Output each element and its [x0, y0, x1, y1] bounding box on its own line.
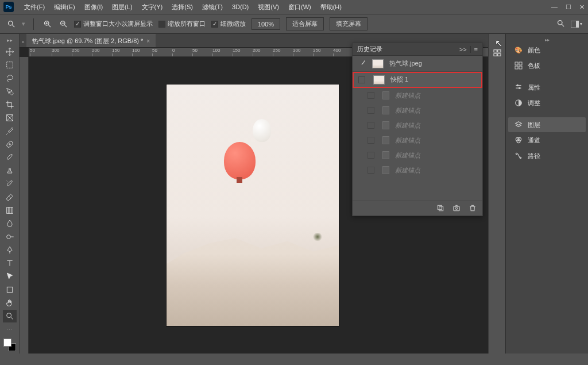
history-panel-icon[interactable] [491, 47, 504, 59]
history-source-row[interactable]: 热气球.jpeg [353, 56, 482, 72]
svg-rect-28 [7, 287, 12, 292]
pen-tool[interactable] [3, 244, 17, 256]
anchor-label: 新建锚点 [395, 91, 420, 100]
blur-tool[interactable] [3, 217, 17, 230]
eraser-tool[interactable] [3, 191, 17, 203]
new-snapshot-icon[interactable] [452, 204, 461, 213]
history-brush-tool[interactable] [3, 178, 17, 190]
search-icon[interactable] [556, 19, 565, 29]
clone-stamp-tool[interactable] [3, 164, 17, 177]
gradient-tool[interactable] [3, 204, 17, 217]
panel-toggle-icon[interactable]: » [20, 39, 26, 45]
zoom-in-icon[interactable] [42, 19, 52, 29]
type-tool[interactable] [3, 257, 17, 270]
panel-channels[interactable]: 通道 [508, 133, 586, 148]
delete-state-icon[interactable] [469, 204, 477, 213]
toolbar-toggle-icon[interactable]: ▸▸ [7, 37, 13, 43]
history-anchor-row[interactable]: 新建锚点 [353, 103, 482, 118]
window-minimize-icon[interactable]: — [551, 3, 558, 11]
opt-scale-all[interactable]: 缩放所有窗口 [158, 20, 206, 28]
menu-image[interactable]: 图像(I) [80, 3, 107, 11]
shape-tool[interactable] [3, 283, 17, 296]
quick-select-tool[interactable] [3, 85, 17, 98]
path-select-tool[interactable] [3, 270, 17, 283]
panel-layers[interactable]: 图层 [508, 117, 586, 132]
panel-collapse-chevron-icon[interactable]: >> [459, 46, 467, 53]
zoom-100-button[interactable]: 100% [252, 18, 280, 30]
history-check[interactable] [368, 122, 374, 129]
document-tab[interactable]: 热气球.jpeg @ 69.7% (图层 2, RGB/8) * × [26, 34, 156, 47]
history-check[interactable] [368, 107, 374, 114]
menu-select[interactable]: 选择(S) [167, 3, 198, 11]
fit-screen-button[interactable]: 适合屏幕 [286, 17, 324, 30]
opt-fit-window[interactable]: 调整窗口大小以满屏显示 [74, 20, 153, 28]
history-check[interactable] [368, 167, 374, 174]
anchor-label: 新建锚点 [395, 106, 420, 115]
svg-rect-37 [515, 66, 518, 69]
anchor-label: 新建锚点 [395, 121, 420, 130]
history-anchor-row[interactable]: 新建锚点 [353, 88, 482, 103]
history-check[interactable] [368, 92, 374, 99]
edit-toolbar-icon[interactable]: ⋯ [3, 323, 17, 336]
panel-color[interactable]: 🎨颜色 [508, 43, 586, 57]
window-maximize-icon[interactable]: ☐ [566, 3, 571, 11]
healing-tool[interactable] [3, 138, 17, 151]
new-doc-from-state-icon[interactable] [436, 204, 444, 213]
zoom-out-icon[interactable] [58, 19, 68, 29]
move-tool[interactable] [3, 45, 17, 58]
paths-icon [514, 151, 523, 160]
menu-layer[interactable]: 图层(L) [107, 3, 137, 11]
menu-file[interactable]: 文件(F) [20, 3, 49, 11]
dodge-tool[interactable] [3, 230, 17, 243]
panel-collapse-icon[interactable]: ▸▸ [506, 37, 588, 42]
panel-menu-icon[interactable]: ≡ [474, 46, 478, 53]
history-brush-source-icon [358, 59, 366, 68]
canvas-image[interactable] [167, 84, 339, 326]
history-check[interactable] [368, 137, 374, 144]
svg-point-0 [8, 21, 13, 26]
opt-scrubby-zoom[interactable]: 细微缩放 [211, 20, 246, 28]
history-anchor-row[interactable]: 新建锚点 [353, 148, 482, 163]
history-check[interactable] [368, 152, 374, 159]
zoom-tool[interactable] [3, 310, 17, 322]
menu-window[interactable]: 窗口(W) [284, 3, 316, 11]
fill-screen-button[interactable]: 填充屏幕 [330, 17, 368, 30]
history-check[interactable] [358, 76, 365, 83]
frame-tool[interactable] [3, 112, 17, 124]
sliders-icon [514, 83, 523, 92]
lasso-tool[interactable] [3, 72, 17, 84]
panel-adjust[interactable]: 调整 [508, 95, 586, 110]
menu-edit[interactable]: 编辑(E) [49, 3, 80, 11]
history-anchor-row[interactable]: 新建锚点 [353, 118, 482, 133]
panel-properties[interactable]: 属性 [508, 80, 586, 95]
brush-tool[interactable] [3, 151, 17, 164]
svg-line-8 [64, 25, 67, 27]
menu-view[interactable]: 视图(V) [253, 3, 284, 11]
panel-paths[interactable]: 路径 [508, 148, 586, 163]
eyedropper-tool[interactable] [3, 125, 17, 137]
history-panel-header[interactable]: 历史记录 >>≡ [353, 43, 482, 56]
crop-tool[interactable] [3, 98, 17, 111]
panel-swatches[interactable]: 色板 [508, 58, 586, 73]
history-anchor-row[interactable]: 新建锚点 [353, 133, 482, 148]
menu-help[interactable]: 帮助(H) [316, 3, 346, 11]
close-tab-icon[interactable]: × [146, 38, 150, 44]
hand-tool[interactable] [3, 297, 17, 309]
marquee-tool[interactable] [3, 59, 17, 71]
menu-filter[interactable]: 滤镜(T) [198, 3, 227, 11]
svg-point-29 [6, 313, 11, 318]
grid-icon [514, 61, 523, 70]
strip-toggle-icon[interactable]: » [496, 39, 498, 44]
svg-line-5 [48, 25, 51, 27]
workspace-switcher-icon[interactable]: ▾ [571, 21, 582, 28]
window-close-icon[interactable]: ✕ [579, 3, 585, 11]
app-logo: Ps [3, 2, 14, 12]
menu-type[interactable]: 文字(Y) [137, 3, 168, 11]
circle-half-icon [514, 98, 523, 107]
current-tool-icon[interactable] [6, 19, 16, 29]
color-swatches[interactable] [3, 339, 16, 351]
menu-3d[interactable]: 3D(D) [227, 3, 253, 10]
history-anchor-row[interactable]: 新建锚点 [353, 163, 482, 178]
file-icon [382, 136, 389, 144]
history-snapshot-row[interactable]: 快照 1 [353, 72, 482, 88]
